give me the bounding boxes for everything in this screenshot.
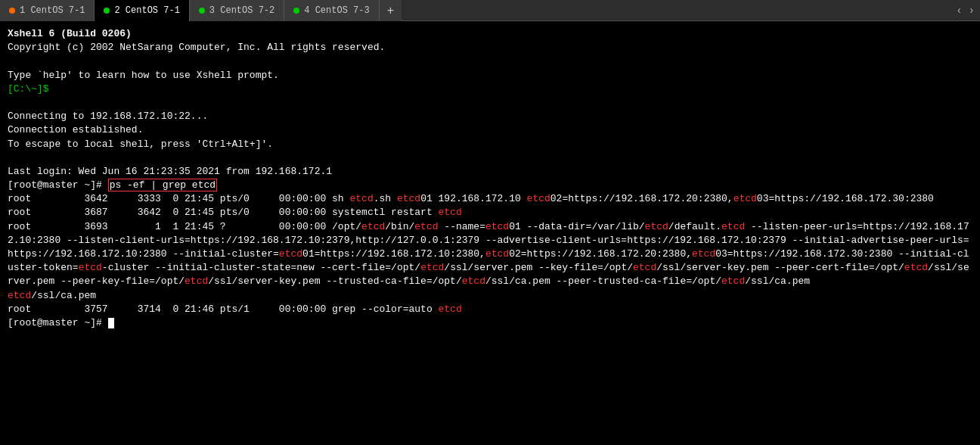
tab-2-dot (104, 8, 110, 14)
ps-row1: root 3642 3333 0 21:45 pts/0 00:00:00 sh… (8, 193, 934, 204)
tab-4-label: 4 CentOS 7-3 (304, 5, 369, 16)
cursor (108, 318, 114, 328)
established-line: Connection established. (8, 124, 143, 135)
ps-row3: root 3693 1 1 21:45 ? 00:00:00 /opt/etcd… (8, 221, 969, 288)
tab-3-label: 3 CentOS 7-2 (209, 5, 274, 16)
new-tab-button[interactable]: + (380, 0, 402, 21)
command-highlight: ps -ef | grep etcd (108, 179, 217, 191)
ps-row4: root 3757 3714 0 21:46 pts/1 00:00:00 gr… (8, 303, 462, 315)
xshell-help-line: Type `help' to learn how to use Xshell p… (8, 70, 279, 81)
terminal-content: Xshell 6 (Build 0206) Copyright (c) 2002… (8, 27, 972, 330)
connecting-line: Connecting to 192.168.172.10:22... (8, 110, 208, 122)
escape-line: To escape to local shell, press 'Ctrl+Al… (8, 138, 273, 150)
last-login-line: Last login: Wed Jun 16 21:23:35 2021 fro… (8, 166, 332, 177)
command-prompt-line: [root@master ~]# ps -ef | grep etcd (8, 179, 217, 191)
nav-right-arrow[interactable]: › (966, 5, 977, 17)
tab-nav: ‹ › (954, 5, 980, 17)
tab-3[interactable]: 3 CentOS 7-2 (190, 0, 284, 21)
tab-3-dot (199, 8, 205, 14)
local-prompt: [C:\~]$ (8, 83, 49, 95)
tab-bar: 1 CentOS 7-1 2 CentOS 7-1 3 CentOS 7-2 4… (0, 0, 980, 21)
tab-1-dot (9, 8, 15, 14)
tab-2-label: 2 CentOS 7-1 (114, 5, 179, 16)
tab-4[interactable]: 4 CentOS 7-3 (284, 0, 379, 21)
tab-4-dot (293, 8, 299, 14)
etcd-ca-line: etcd (8, 290, 31, 301)
terminal[interactable]: Xshell 6 (Build 0206) Copyright (c) 2002… (0, 21, 980, 445)
final-prompt-line: [root@master ~]# (8, 317, 114, 328)
nav-left-arrow[interactable]: ‹ (954, 5, 964, 17)
xshell-header-line1: Xshell 6 (Build 0206) (8, 28, 132, 39)
tab-1-label: 1 CentOS 7-1 (20, 5, 85, 16)
xshell-header-line2: Copyright (c) 2002 NetSarang Computer, I… (8, 42, 385, 53)
tab-1[interactable]: 1 CentOS 7-1 (0, 0, 95, 21)
ps-row2: root 3687 3642 0 21:45 pts/0 00:00:00 sy… (8, 207, 462, 218)
etcd-ca-suffix: /ssl/ca.pem (31, 290, 96, 301)
tab-2[interactable]: 2 CentOS 7-1 (95, 0, 189, 21)
